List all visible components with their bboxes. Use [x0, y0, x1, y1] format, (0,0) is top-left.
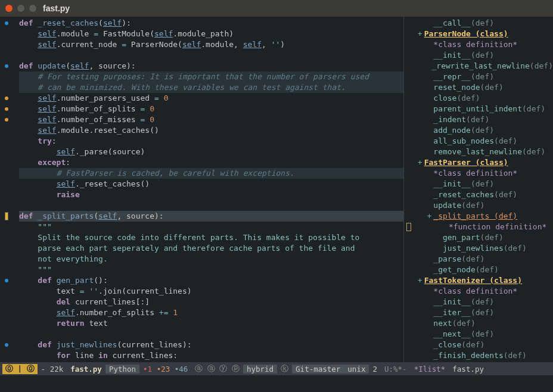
outline-item[interactable]: __call__ (def) — [406, 18, 553, 29]
code-line[interactable]: # FastParser is cached, be careful with … — [19, 168, 403, 179]
code-line[interactable]: # For testing purposes: It is important … — [19, 71, 403, 82]
code-line[interactable]: def gen_part(): — [19, 275, 403, 286]
outline-item[interactable]: *class definition* — [406, 39, 553, 50]
outline-item[interactable]: _indent (def) — [406, 114, 553, 125]
code-line[interactable]: self.number_of_misses = 0 — [19, 114, 403, 125]
buffer-name[interactable]: fast.py — [67, 365, 105, 374]
code-line[interactable]: return text — [19, 318, 403, 329]
flycheck-warning-count[interactable]: •23 — [157, 365, 170, 374]
right-buffer-label[interactable]: *Ilist* — [411, 365, 449, 374]
code-line[interactable]: except: — [19, 157, 403, 168]
code-line[interactable]: def update(self, source): — [19, 61, 403, 71]
outline-item[interactable]: gen_part (def) — [406, 232, 553, 243]
outline-item[interactable]: +FastParser (class) — [406, 157, 553, 168]
outline-item[interactable]: _close (def) — [406, 340, 553, 350]
code-line[interactable]: not everything. — [19, 254, 403, 265]
outline-item[interactable]: remove_last_newline (def) — [406, 147, 553, 157]
outline-item[interactable]: __init__ (def) — [406, 50, 553, 61]
titlebar: fast.py — [0, 0, 553, 17]
code-line[interactable]: self._parse(source) — [19, 147, 403, 157]
code-line[interactable]: # can be minimized. With these variables… — [19, 82, 403, 93]
code-line[interactable] — [19, 329, 403, 340]
modeline: ⓪ | ⓪ - 22k fast.py Python •1 •23 •46 ⓐ … — [0, 362, 553, 375]
outline-item[interactable]: __iter__ (def) — [406, 307, 553, 318]
close-icon[interactable] — [5, 4, 13, 13]
code-line[interactable]: self.number_of_splits += 1 — [19, 307, 403, 318]
outline-item[interactable]: __next__ (def) — [406, 329, 553, 340]
code-line[interactable]: try: — [19, 136, 403, 147]
outline-item[interactable]: __repr__ (def) — [406, 71, 553, 82]
outline-item[interactable]: _get_node (def) — [406, 265, 553, 275]
right-status: U:%*- — [381, 365, 411, 374]
code-line[interactable]: Split the source code into different par… — [19, 232, 403, 243]
gutter[interactable] — [0, 17, 13, 362]
outline-item[interactable]: just_newlines (def) — [406, 243, 553, 254]
code-line[interactable]: self._reset_caches() — [19, 179, 403, 189]
outline-item[interactable]: parent_until_indent (def) — [406, 104, 553, 114]
code-line[interactable]: self.module = FastModule(self.module_pat… — [19, 29, 403, 39]
warn-indicator: ⓪ | ⓪ — [2, 364, 38, 374]
code-line[interactable]: def _reset_caches(self): — [19, 18, 403, 29]
outline-item[interactable]: +ParserNode (class) — [406, 29, 553, 39]
outline-item[interactable]: +_split_parts (def) — [406, 211, 553, 222]
outline-item[interactable]: *class definition* — [406, 168, 553, 179]
code-line[interactable]: text = ''.join(current_lines) — [19, 286, 403, 297]
outline-item[interactable]: all_sub_nodes (def) — [406, 136, 553, 147]
code-line[interactable]: self.module.reset_caches() — [19, 125, 403, 136]
right-buffer-file: fast.py — [449, 365, 487, 374]
outline-item[interactable]: _parse (def) — [406, 254, 553, 265]
outline-item[interactable]: add_node (def) — [406, 125, 553, 136]
code-line[interactable]: self.current_node = ParserNode(self.modu… — [19, 39, 403, 50]
code-line[interactable]: raise — [19, 189, 403, 200]
minibuffer[interactable] — [0, 375, 553, 392]
buffer-size: 22k — [50, 365, 64, 374]
workarea: def _reset_caches(self): self.module = F… — [0, 17, 553, 362]
flycheck-info-count[interactable]: •46 — [175, 365, 188, 374]
outline-item[interactable]: *class definition* — [406, 286, 553, 297]
window-title: fast.py — [43, 4, 70, 13]
code-line[interactable]: def just_newlines(current_lines): — [19, 340, 403, 350]
outline-item[interactable]: __init__ (def) — [406, 297, 553, 307]
outline-item[interactable]: update (def) — [406, 200, 553, 211]
maximize-icon[interactable] — [29, 4, 37, 13]
code-line[interactable]: def _split_parts(self, source): — [19, 211, 403, 222]
outline-item[interactable]: close (def) — [406, 93, 553, 104]
code-line[interactable]: for line in current_lines: — [19, 350, 403, 361]
coding-system: unix — [344, 365, 369, 374]
flycheck-error-count[interactable]: •1 — [143, 365, 152, 374]
minimize-icon[interactable] — [17, 4, 25, 13]
code-line[interactable] — [19, 200, 403, 211]
main-editor-pane[interactable]: def _reset_caches(self): self.module = F… — [0, 17, 404, 362]
minor-modes: ⓐ ⓐ ⓨ ⓟ — [191, 364, 243, 374]
outline-item[interactable]: _reset_caches (def) — [406, 189, 553, 200]
code-area[interactable]: def _reset_caches(self): self.module = F… — [13, 17, 403, 362]
outline-item[interactable]: __init__ (def) — [406, 179, 553, 189]
outline-item[interactable]: _rewrite_last_newline (def) — [406, 61, 553, 71]
code-line[interactable]: del current_lines[:] — [19, 297, 403, 307]
code-line[interactable]: self.number_parsers_used = 0 — [19, 93, 403, 104]
outline-item[interactable]: reset_node (def) — [406, 82, 553, 93]
outline-item[interactable]: next (def) — [406, 318, 553, 329]
code-line[interactable]: """ — [19, 222, 403, 232]
outline-pane[interactable]: __call__ (def) +ParserNode (class) *clas… — [404, 17, 553, 362]
code-line[interactable]: """ — [19, 265, 403, 275]
code-line[interactable]: parse each part seperately and therefore… — [19, 243, 403, 254]
vc-branch[interactable]: Git-master — [292, 365, 344, 374]
outline-item[interactable]: *function definition* — [406, 222, 553, 232]
code-line[interactable]: self.number_of_splits = 0 — [19, 104, 403, 114]
window-controls — [5, 4, 37, 13]
major-mode[interactable]: Python — [105, 365, 139, 374]
evil-state: hybrid — [243, 365, 277, 374]
outline-item[interactable]: +FastTokenizer (class) — [406, 275, 553, 286]
outline-item[interactable]: _finish_dedents (def) — [406, 350, 553, 361]
code-line[interactable] — [19, 50, 403, 61]
